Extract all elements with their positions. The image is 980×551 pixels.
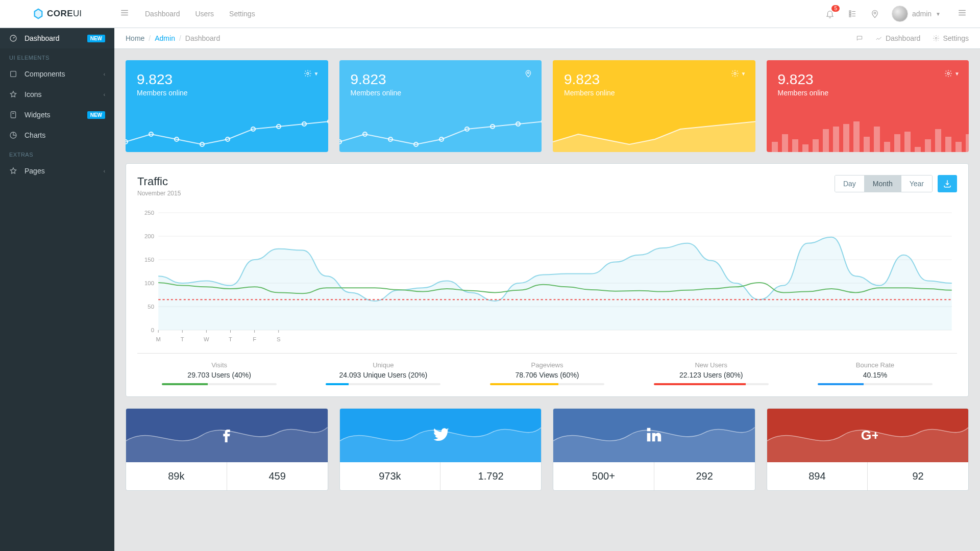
svg-rect-52 <box>884 142 890 152</box>
breadcrumb-link[interactable]: Admin <box>155 34 175 42</box>
breadcrumb-current: Dashboard <box>185 34 220 42</box>
svg-point-38 <box>542 119 542 123</box>
traffic-chart: 050100150200250MTWTFS <box>137 208 957 345</box>
user-menu[interactable]: admin ▼ <box>892 6 941 22</box>
stat-card: 9.823Members online <box>339 60 542 152</box>
svg-text:100: 100 <box>144 280 154 286</box>
sidebar-item-icons[interactable]: Icons ‹ <box>0 84 114 105</box>
chevron-down-icon: ▼ <box>936 11 941 17</box>
social-card-google-plus: G+89492 <box>767 408 969 491</box>
new-badge: NEW <box>87 111 105 119</box>
progress-bar <box>326 383 440 385</box>
footer-title: Unique <box>301 361 465 369</box>
breadcrumb-action-speech[interactable] <box>856 34 863 42</box>
social-stat-b: 292 <box>654 462 755 490</box>
svg-rect-41 <box>772 142 778 152</box>
breadcrumb-home[interactable]: Home <box>126 34 144 42</box>
svg-point-19 <box>307 72 309 74</box>
top-nav-link[interactable]: Settings <box>229 10 255 18</box>
traffic-card: Traffic November 2015 DayMonthYear 05010… <box>126 163 969 397</box>
breadcrumb-action-dashboard[interactable]: Dashboard <box>875 34 921 42</box>
svg-point-40 <box>947 72 949 74</box>
progress-bar <box>490 383 605 385</box>
social-stat-a: 89k <box>126 462 227 490</box>
sidebar-label: Pages <box>24 167 45 175</box>
traffic-subtitle: November 2015 <box>137 190 181 197</box>
traffic-footer-item: Unique24.093 Unique Users (20%) <box>301 361 465 385</box>
range-day[interactable]: Day <box>835 176 865 192</box>
breadcrumb-action-settings[interactable]: Settings <box>933 34 969 42</box>
svg-text:T: T <box>181 336 184 342</box>
aside-toggle-icon[interactable] <box>952 8 972 19</box>
social-row: 89k459973k1.792500+292G+89492 <box>126 408 969 491</box>
stat-value: 9.823 <box>351 71 531 88</box>
svg-text:50: 50 <box>148 304 154 310</box>
notifications-icon[interactable]: 5 <box>824 8 836 19</box>
star-icon <box>9 167 17 175</box>
svg-point-39 <box>734 72 736 74</box>
svg-text:0: 0 <box>151 327 154 333</box>
svg-rect-57 <box>935 129 941 152</box>
sidebar-label: Components <box>24 70 65 78</box>
google-plus-icon: G+ <box>857 424 878 447</box>
sidebar-item-pages[interactable]: Pages ‹ <box>0 161 114 181</box>
stat-cards-row: ▼9.823Members online9.823Members online▼… <box>126 60 969 152</box>
svg-rect-60 <box>966 134 969 152</box>
sidebar-item-components[interactable]: Components ‹ <box>0 64 114 84</box>
footer-value: 78.706 Views (60%) <box>465 371 629 379</box>
gear-icon[interactable] <box>524 69 532 78</box>
download-button[interactable] <box>938 175 957 192</box>
svg-rect-4 <box>849 13 851 15</box>
stat-label: Members online <box>137 89 317 97</box>
stat-label: Members online <box>351 89 531 97</box>
social-top <box>340 409 542 462</box>
tasks-icon[interactable] <box>847 8 858 19</box>
svg-rect-3 <box>849 11 851 12</box>
user-name: admin <box>912 10 932 18</box>
linkedin-icon <box>644 424 664 447</box>
social-stat-a: 973k <box>340 462 441 490</box>
range-year[interactable]: Year <box>901 176 932 192</box>
top-nav-link[interactable]: Users <box>195 10 214 18</box>
sidebar-section: UI ELEMENTS <box>0 48 114 64</box>
sidebar-label: Icons <box>24 90 41 98</box>
footer-value: 29.703 Users (40%) <box>137 371 301 379</box>
traffic-footer: Visits29.703 Users (40%)Unique24.093 Uni… <box>137 353 957 385</box>
sidebar-label: Dashboard <box>24 34 60 42</box>
gear-icon[interactable]: ▼ <box>731 69 746 78</box>
gear-icon[interactable]: ▼ <box>304 69 319 78</box>
traffic-footer-item: New Users22.123 Users (80%) <box>629 361 793 385</box>
top-nav-link[interactable]: Dashboard <box>145 10 180 18</box>
footer-title: Visits <box>137 361 301 369</box>
sidebar-item-charts[interactable]: Charts <box>0 125 114 145</box>
svg-rect-49 <box>853 121 860 152</box>
sidebar-item-dashboard[interactable]: Dashboard NEW <box>0 28 114 48</box>
footer-title: New Users <box>629 361 793 369</box>
progress-bar <box>818 383 933 385</box>
sidebar-label: Widgets <box>24 111 51 119</box>
svg-point-29 <box>527 72 529 73</box>
sidebar-toggle-icon[interactable] <box>114 8 135 19</box>
svg-text:T: T <box>229 336 232 342</box>
range-month[interactable]: Month <box>865 176 901 192</box>
svg-text:150: 150 <box>144 257 154 263</box>
sidebar-item-widgets[interactable]: Widgets NEW <box>0 105 114 125</box>
social-card-twitter: 973k1.792 <box>339 408 542 491</box>
progress-bar <box>162 383 277 385</box>
brand-logo[interactable]: COREUI <box>0 8 114 19</box>
puzzle-icon <box>9 70 17 78</box>
progress-bar <box>654 383 769 385</box>
svg-point-9 <box>874 12 876 14</box>
chevron-left-icon: ‹ <box>104 71 105 77</box>
svg-text:F: F <box>253 336 256 342</box>
sidebar: Dashboard NEW UI ELEMENTS Components ‹ I… <box>0 28 114 551</box>
stat-value: 9.823 <box>137 71 317 88</box>
svg-rect-50 <box>864 137 870 152</box>
gear-icon[interactable]: ▼ <box>944 69 960 78</box>
social-stat-b: 459 <box>227 462 328 490</box>
sidebar-section: EXTRAS <box>0 145 114 161</box>
svg-rect-56 <box>925 139 931 152</box>
social-stat-b: 1.792 <box>440 462 541 490</box>
location-icon[interactable] <box>869 8 880 19</box>
footer-value: 40.15% <box>793 371 957 379</box>
